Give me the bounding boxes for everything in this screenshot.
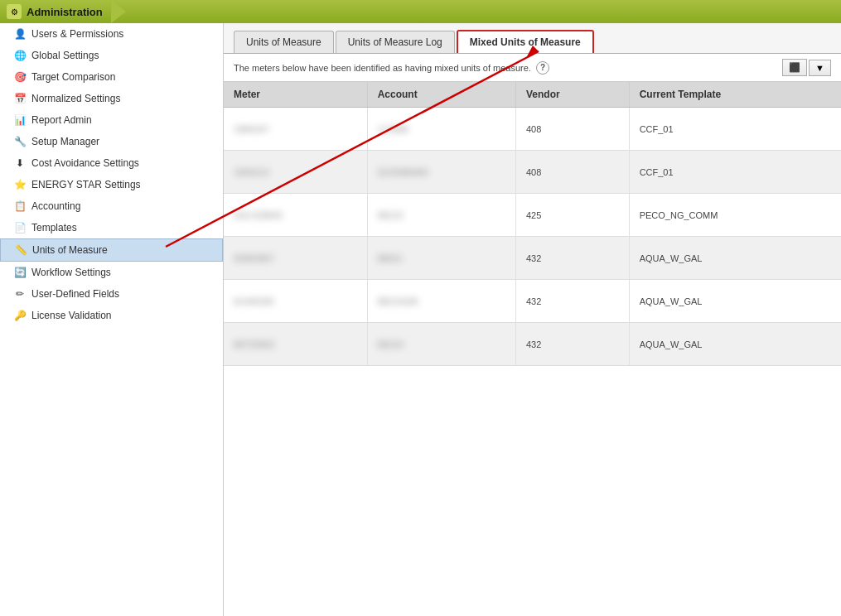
sidebar-label: Normalized Settings	[31, 93, 216, 104]
cell-account: 88021	[367, 237, 515, 280]
cell-vendor: 408	[515, 108, 629, 151]
sidebar-label: User-Defined Fields	[31, 288, 216, 300]
cell-vendor: 432	[515, 280, 629, 323]
sidebar-item-users-permissions[interactable]: 👤 Users & Permissions	[0, 23, 223, 45]
cell-meter: 1984247	[224, 108, 367, 151]
sidebar-label: License Validation	[31, 310, 216, 321]
tab-units-log[interactable]: Units of Measure Log	[336, 31, 455, 53]
sidebar: 👤 Users & Permissions 🌐 Global Settings …	[0, 23, 224, 616]
sidebar-item-report-admin[interactable]: 📊 Report Admin	[0, 109, 223, 131]
sidebar-item-setup-manager[interactable]: 🔧 Setup Manager	[0, 131, 223, 152]
cell-template: CCF_01	[629, 151, 841, 194]
sidebar-item-energy-star[interactable]: ⭐ ENERGY STAR Settings	[0, 174, 223, 195]
export-icon: ⬛	[789, 62, 800, 72]
cell-vendor: 432	[515, 323, 629, 366]
tab-mixed-units[interactable]: Mixed Units of Measure	[457, 30, 594, 53]
sidebar-label: Report Admin	[31, 114, 216, 126]
cell-meter: 88725963	[224, 323, 367, 366]
notice-text: The meters below have been identified as…	[234, 63, 531, 73]
table-wrapper: Meter Account Vendor Current Template 19…	[224, 81, 841, 616]
cell-vendor: 425	[515, 194, 629, 237]
sidebar-label: Workflow Settings	[31, 267, 216, 278]
data-table: Meter Account Vendor Current Template 19…	[224, 82, 841, 366]
global-icon: 🌐	[13, 49, 27, 62]
sidebar-label: Templates	[31, 222, 216, 233]
users-icon: 👤	[13, 27, 27, 41]
cell-template: CCF_01	[629, 108, 841, 151]
license-icon: 🔑	[13, 309, 27, 322]
cell-account: 112988	[367, 108, 515, 151]
templates-icon: 📄	[13, 221, 27, 234]
fields-icon: ✏	[13, 287, 27, 301]
sidebar-item-global-settings[interactable]: 🌐 Global Settings	[0, 45, 223, 66]
sidebar-item-accounting[interactable]: 📋 Accounting	[0, 195, 223, 217]
calendar-icon: 📅	[13, 92, 27, 105]
sidebar-label: Global Settings	[31, 50, 216, 61]
star-icon: ⭐	[13, 178, 27, 191]
tabs-bar: Units of Measure Units of Measure Log Mi…	[224, 23, 841, 53]
col-account: Account	[367, 82, 515, 108]
sidebar-label: Units of Measure	[32, 244, 215, 256]
cell-account: 98123	[367, 194, 515, 237]
cell-template: AQUA_W_GAL	[629, 237, 841, 280]
table-header-row: Meter Account Vendor Current Template	[224, 82, 841, 108]
sidebar-item-templates[interactable]: 📄 Templates	[0, 217, 223, 238]
cell-meter: 50063967	[224, 237, 367, 280]
cell-account: 88219	[367, 323, 515, 366]
sidebar-item-normalized-settings[interactable]: 📅 Normalized Settings	[0, 88, 223, 109]
sidebar-label: Users & Permissions	[31, 28, 216, 40]
setup-icon: 🔧	[13, 135, 27, 148]
table-row[interactable]: 8872596388219432AQUA_W_GAL	[224, 323, 841, 366]
notice-bar: The meters below have been identified as…	[224, 53, 841, 81]
sidebar-label: ENERGY STAR Settings	[31, 179, 216, 190]
table-row[interactable]: 1984247112988408CCF_01	[224, 108, 841, 151]
table-row[interactable]: 19042149125086484408CCF_01	[224, 151, 841, 194]
table-row[interactable]: 6144526588219166432AQUA_W_GAL	[224, 280, 841, 323]
report-icon: 📊	[13, 113, 27, 127]
cell-template: PECO_NG_COMM	[629, 194, 841, 237]
sidebar-item-cost-avoidance[interactable]: ⬇ Cost Avoidance Settings	[0, 152, 223, 174]
col-template: Current Template	[629, 82, 841, 108]
sidebar-item-units-of-measure[interactable]: 📏 Units of Measure	[0, 238, 223, 262]
tab-units-of-measure[interactable]: Units of Measure	[234, 31, 334, 53]
table-row[interactable]: 016-52984598123425PECO_NG_COMM	[224, 194, 841, 237]
header-arrow	[111, 0, 126, 23]
cell-meter: 016-529845	[224, 194, 367, 237]
sidebar-item-license-validation[interactable]: 🔑 License Validation	[0, 305, 223, 326]
units-icon: 📏	[14, 243, 27, 257]
sidebar-label: Setup Manager	[31, 136, 216, 147]
app-header: ⚙ Administration	[0, 0, 841, 23]
info-icon[interactable]: ?	[536, 61, 549, 75]
sidebar-label: Cost Avoidance Settings	[31, 157, 216, 169]
cell-vendor: 408	[515, 151, 629, 194]
sidebar-item-workflow-settings[interactable]: 🔄 Workflow Settings	[0, 262, 223, 283]
cell-template: AQUA_W_GAL	[629, 323, 841, 366]
cell-account: 88219166	[367, 280, 515, 323]
target-icon: 🎯	[13, 70, 27, 84]
cost-icon: ⬇	[13, 156, 27, 170]
notice-actions: ⬛ ▼	[782, 59, 831, 76]
sidebar-label: Target Comparison	[31, 71, 216, 83]
table-row[interactable]: 5006396788021432AQUA_W_GAL	[224, 237, 841, 280]
col-meter: Meter	[224, 82, 367, 108]
cell-account: 9125086484	[367, 151, 515, 194]
cell-meter: 1904214	[224, 151, 367, 194]
main-layout: 👤 Users & Permissions 🌐 Global Settings …	[0, 23, 841, 616]
workflow-icon: 🔄	[13, 266, 27, 279]
export-button[interactable]: ⬛	[782, 59, 807, 76]
col-vendor: Vendor	[515, 82, 629, 108]
main-content: Units of Measure Units of Measure Log Mi…	[224, 23, 841, 616]
cell-vendor: 432	[515, 237, 629, 280]
sidebar-item-target-comparison[interactable]: 🎯 Target Comparison	[0, 66, 223, 88]
sidebar-label: Accounting	[31, 200, 216, 212]
cell-meter: 61445265	[224, 280, 367, 323]
app-header-icon: ⚙	[7, 4, 22, 19]
cell-template: AQUA_W_GAL	[629, 280, 841, 323]
sidebar-item-user-defined-fields[interactable]: ✏ User-Defined Fields	[0, 283, 223, 305]
app-title: Administration	[27, 6, 103, 18]
dropdown-button[interactable]: ▼	[809, 60, 831, 76]
notice-text-area: The meters below have been identified as…	[234, 61, 549, 75]
dropdown-icon: ▼	[815, 63, 824, 73]
accounting-icon: 📋	[13, 200, 27, 213]
